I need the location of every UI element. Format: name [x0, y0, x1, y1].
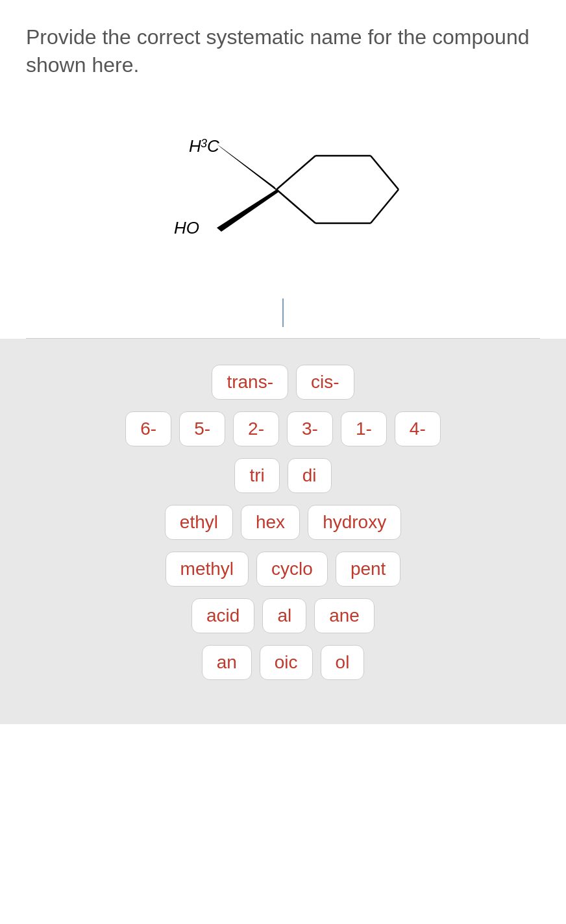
word-bank: trans-cis-6-5-2-3-1-4-tridiethylhexhydro…: [0, 339, 566, 724]
word-chip-cyclo[interactable]: cyclo: [256, 552, 328, 587]
word-bank-row: ethylhexhydroxy: [13, 505, 553, 540]
word-chip-methyl[interactable]: methyl: [166, 552, 249, 587]
word-bank-row: methylcyclopent: [13, 552, 553, 587]
svg-text:H: H: [189, 136, 201, 156]
word-bank-row: anoicol: [13, 645, 553, 680]
word-chip-6[interactable]: 6-: [125, 411, 171, 446]
svg-line-3: [371, 189, 399, 223]
text-cursor: [282, 298, 284, 327]
svg-line-5: [277, 189, 315, 223]
molecule-diagram: H 3 C HO: [26, 99, 540, 287]
word-chip-ethyl[interactable]: ethyl: [165, 505, 233, 540]
svg-line-2: [371, 156, 399, 189]
svg-marker-8: [217, 189, 278, 232]
answer-input-area[interactable]: [26, 287, 540, 339]
word-bank-row: tridi: [13, 458, 553, 493]
svg-marker-7: [217, 144, 278, 192]
word-chip-di[interactable]: di: [288, 458, 332, 493]
svg-text:C: C: [207, 136, 219, 156]
word-chip-hydroxy[interactable]: hydroxy: [308, 505, 401, 540]
word-chip-3[interactable]: 3-: [287, 411, 333, 446]
word-bank-row: trans-cis-: [13, 365, 553, 400]
word-bank-row: 6-5-2-3-1-4-: [13, 411, 553, 446]
word-chip-acid[interactable]: acid: [191, 598, 254, 633]
word-chip-5[interactable]: 5-: [179, 411, 225, 446]
word-chip-1[interactable]: 1-: [341, 411, 387, 446]
word-bank-row: acidalane: [13, 598, 553, 633]
svg-text:3: 3: [201, 137, 207, 150]
word-chip-ol[interactable]: ol: [321, 645, 365, 680]
word-chip-tri[interactable]: tri: [234, 458, 279, 493]
svg-line-0: [277, 156, 315, 189]
word-chip-ane[interactable]: ane: [314, 598, 375, 633]
word-chip-trans[interactable]: trans-: [212, 365, 288, 400]
word-chip-cis[interactable]: cis-: [296, 365, 354, 400]
word-chip-an[interactable]: an: [202, 645, 252, 680]
word-chip-oic[interactable]: oic: [260, 645, 313, 680]
word-chip-hex[interactable]: hex: [241, 505, 300, 540]
word-chip-al[interactable]: al: [262, 598, 306, 633]
svg-text:HO: HO: [174, 218, 199, 237]
question-text: Provide the correct systematic name for …: [26, 23, 540, 79]
word-chip-4[interactable]: 4-: [395, 411, 441, 446]
word-chip-pent[interactable]: pent: [336, 552, 401, 587]
word-chip-2[interactable]: 2-: [233, 411, 279, 446]
